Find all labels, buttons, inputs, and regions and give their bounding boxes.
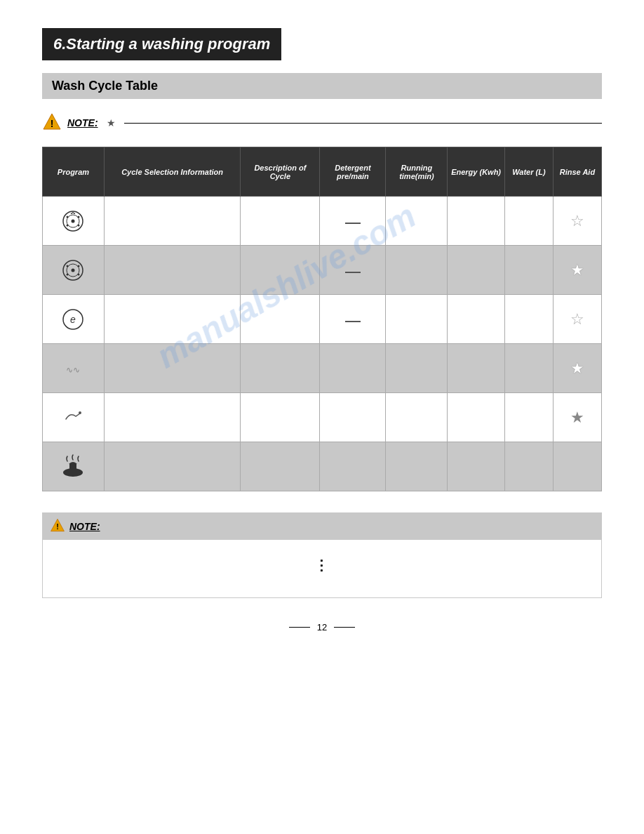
bottom-note-body: ⋮	[43, 540, 601, 597]
rinse-aid-cell: ☆	[553, 295, 601, 344]
detergent-cell	[320, 344, 386, 393]
desc-cell	[241, 393, 320, 442]
table-row: ☆	[43, 197, 602, 246]
bottom-note-box: ! NOTE: ⋮	[42, 512, 602, 598]
program-icon-cell	[43, 197, 105, 246]
rinse-aid-cell: ☆	[553, 197, 601, 246]
rinse-aid-cell: ★	[553, 393, 601, 442]
running-cell	[386, 393, 448, 442]
wash-cycle-table: Program Cycle Selection Information Desc…	[42, 147, 602, 491]
svg-point-7	[67, 224, 69, 226]
page-footer: 12	[42, 619, 602, 633]
bottom-note-label: NOTE:	[69, 521, 100, 532]
svg-point-16	[78, 265, 80, 267]
col-header-rinse: Rinse Aid	[553, 147, 601, 197]
detergent-cell	[320, 393, 386, 442]
svg-point-6	[78, 216, 80, 218]
running-cell	[386, 295, 448, 344]
detergent-cell	[320, 197, 386, 246]
col-header-detergent: Detergent pre/main	[320, 147, 386, 197]
svg-text:e: e	[71, 314, 76, 325]
table-row: e ☆	[43, 295, 602, 344]
note-row: ! NOTE: ★	[42, 112, 602, 134]
note-content: ⋮	[314, 554, 330, 576]
svg-point-22	[79, 411, 81, 414]
rinse-aid-cell: ★	[553, 246, 601, 295]
svg-point-9	[71, 213, 72, 214]
running-cell	[386, 442, 448, 491]
note-star: ★	[107, 117, 116, 128]
cycle-sel-cell	[104, 197, 241, 246]
water-cell	[504, 295, 553, 344]
warning-icon: !	[42, 112, 62, 134]
svg-text:∿∿: ∿∿	[66, 365, 80, 375]
detergent-cell	[320, 442, 386, 491]
rinse-aid-cell: ★	[553, 344, 601, 393]
running-cell	[386, 197, 448, 246]
sub-title: Wash Cycle Table	[42, 73, 602, 99]
note-underline	[124, 123, 602, 124]
svg-text:!: !	[56, 522, 59, 531]
svg-point-5	[67, 216, 69, 218]
cycle-sel-cell	[104, 295, 241, 344]
svg-point-15	[67, 265, 69, 267]
svg-rect-24	[69, 464, 76, 472]
water-cell	[504, 246, 553, 295]
col-header-energy: Energy (Kwh)	[448, 147, 505, 197]
bottom-warning-icon: !	[50, 517, 65, 536]
energy-cell	[448, 442, 505, 491]
program-icon-cell	[43, 246, 105, 295]
table-header-row: Program Cycle Selection Information Desc…	[43, 147, 602, 197]
footer-dash-right	[334, 627, 355, 628]
svg-point-11	[74, 213, 75, 214]
svg-point-8	[78, 224, 80, 226]
svg-point-10	[72, 212, 74, 213]
svg-point-18	[78, 273, 80, 275]
energy-cell	[448, 295, 505, 344]
table-row	[43, 442, 602, 491]
col-header-desc: Description of Cycle	[241, 147, 320, 197]
running-cell	[386, 344, 448, 393]
note-label: NOTE:	[67, 117, 98, 128]
table-row: ∿∿ ★	[43, 344, 602, 393]
section-title: 6.Starting a washing program	[42, 28, 281, 60]
svg-point-14	[72, 268, 75, 272]
col-header-cycle-sel: Cycle Selection Information	[104, 147, 241, 197]
desc-cell	[241, 344, 320, 393]
cycle-sel-cell	[104, 442, 241, 491]
cycle-sel-cell	[104, 393, 241, 442]
running-cell	[386, 246, 448, 295]
col-header-water: Water (L)	[504, 147, 553, 197]
rinse-aid-cell	[553, 442, 601, 491]
program-icon-cell: ∿∿	[43, 344, 105, 393]
cycle-sel-cell	[104, 246, 241, 295]
water-cell	[504, 442, 553, 491]
energy-cell	[448, 393, 505, 442]
cycle-sel-cell	[104, 344, 241, 393]
svg-point-17	[67, 273, 69, 275]
desc-cell	[241, 197, 320, 246]
program-icon-cell: e	[43, 295, 105, 344]
detergent-cell	[320, 295, 386, 344]
col-header-program: Program	[43, 147, 105, 197]
program-icon-cell	[43, 393, 105, 442]
svg-point-4	[72, 219, 75, 223]
energy-cell	[448, 197, 505, 246]
energy-cell	[448, 344, 505, 393]
program-icon-cell	[43, 442, 105, 491]
desc-cell	[241, 442, 320, 491]
col-header-running: Running time(min)	[386, 147, 448, 197]
energy-cell	[448, 246, 505, 295]
detergent-cell	[320, 246, 386, 295]
bottom-note-header: ! NOTE:	[43, 513, 601, 540]
water-cell	[504, 197, 553, 246]
svg-text:!: !	[51, 118, 54, 129]
table-row: ★	[43, 246, 602, 295]
footer-dash-left	[289, 627, 310, 628]
table-row: ★	[43, 393, 602, 442]
water-cell	[504, 344, 553, 393]
page-number: 12	[317, 622, 327, 633]
water-cell	[504, 393, 553, 442]
desc-cell	[241, 295, 320, 344]
desc-cell	[241, 246, 320, 295]
